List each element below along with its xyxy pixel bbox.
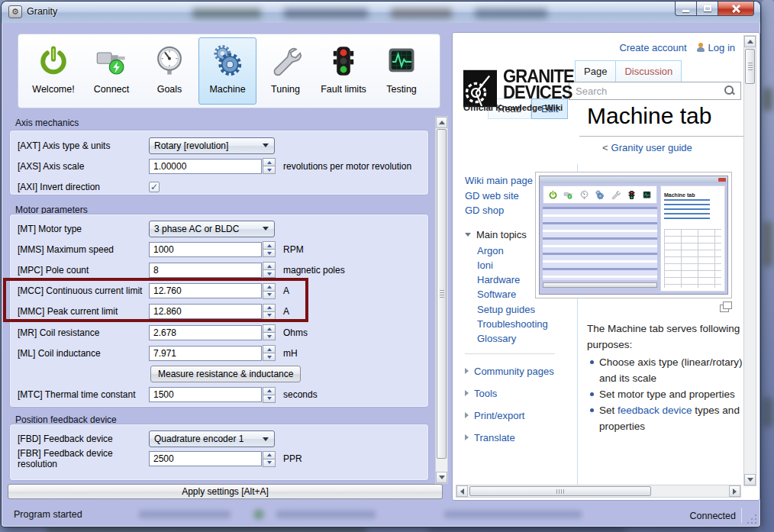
desktop-blur-blob — [427, 527, 626, 532]
field-label: [ML] Coil inductance — [18, 348, 149, 359]
spinner-buttons — [263, 345, 276, 361]
chevron-right-icon — [465, 390, 469, 396]
scroll-down-button[interactable] — [436, 472, 447, 483]
scroll-down-button[interactable] — [744, 474, 756, 485]
scrollbar-thumb[interactable] — [437, 129, 447, 459]
form-scrollbar[interactable] — [435, 116, 448, 484]
tab-discussion[interactable]: Discussion — [616, 60, 682, 82]
down-arrow-icon — [267, 293, 272, 296]
tab-page[interactable]: Page — [575, 60, 616, 82]
number-input[interactable]: 12.860 — [149, 304, 262, 319]
spin-down-button[interactable] — [263, 353, 276, 361]
up-arrow-icon — [267, 285, 272, 289]
apply-settings-button[interactable]: Apply settings [Alt+A] — [8, 484, 443, 499]
spin-down-button[interactable] — [263, 250, 276, 257]
status-message: Program started — [14, 509, 82, 520]
enlarge-icon[interactable] — [720, 301, 732, 312]
granity-user-guide-link[interactable]: Granity user guide — [611, 142, 692, 153]
feedback-device-link[interactable]: feedback device — [618, 405, 692, 416]
spin-up-button[interactable] — [263, 324, 276, 333]
wiki-nav-link-gd-shop[interactable]: GD shop — [465, 203, 573, 218]
wiki-nav-link-ioni[interactable]: Ioni — [477, 258, 573, 272]
form-row: [ML] Coil inductance7.971mH — [10, 343, 428, 363]
chevron-right-icon — [465, 434, 469, 440]
desktop-blur-blob — [763, 221, 772, 267]
chevron-down-icon — [263, 143, 269, 147]
close-button[interactable] — [718, 2, 754, 16]
field-label: [MMC] Peak current limit — [18, 306, 149, 317]
wiki-nav-group-label: Print/export — [474, 408, 524, 423]
number-input[interactable]: 1500 — [149, 387, 262, 402]
wiki-horizontal-scrollbar[interactable] — [456, 485, 741, 498]
checkbox[interactable]: ✓ — [149, 182, 160, 192]
wiki-nav-link-wiki-main-page[interactable]: Wiki main page — [465, 173, 573, 189]
maximize-icon — [704, 5, 711, 11]
wiki-nav-group-tools[interactable]: Tools — [465, 382, 573, 405]
wiki-nav-group-translate[interactable]: Translate — [465, 427, 573, 449]
number-input[interactable]: 1.00000 — [149, 159, 262, 174]
spinner-buttons — [263, 451, 276, 467]
wiki-nav-link-setup-guides[interactable]: Setup guides — [477, 302, 573, 317]
number-input[interactable]: 2.678 — [149, 325, 262, 340]
left-arrow-icon — [460, 488, 464, 495]
chevron-down-icon — [263, 227, 269, 231]
resize-grip[interactable] — [747, 514, 757, 524]
wiki-nav-group-community-pages[interactable]: Community pages — [465, 360, 573, 382]
combobox[interactable]: Rotary [revolution] — [149, 137, 275, 154]
number-input[interactable]: 7.971 — [149, 346, 262, 361]
spin-up-button[interactable] — [263, 451, 276, 459]
spin-down-button[interactable] — [263, 166, 276, 174]
wiki-nav-link-troubleshooting[interactable]: Troubleshooting — [477, 317, 573, 331]
wiki-nav-link-hardware[interactable]: Hardware — [477, 272, 573, 287]
desktop-blur-blob — [46, 527, 366, 532]
window-controls — [675, 2, 754, 16]
scroll-up-button[interactable] — [436, 117, 447, 128]
combobox[interactable]: 3 phase AC or BLDC — [149, 221, 275, 237]
number-input[interactable]: 1000 — [149, 242, 262, 257]
number-input[interactable]: 8 — [149, 263, 262, 278]
minimize-button[interactable] — [675, 2, 697, 16]
wiki-nav-link-glossary[interactable]: Glossary — [477, 331, 573, 346]
titlebar[interactable]: ⚙ Granity — [2, 2, 760, 23]
wiki-nav-group-print-export[interactable]: Print/export — [465, 405, 573, 427]
wiki-nav-link-argon[interactable]: Argon — [477, 243, 573, 258]
create-account-link[interactable]: Create account — [619, 42, 686, 53]
spin-down-button[interactable] — [263, 292, 276, 299]
scroll-left-button[interactable] — [456, 485, 468, 497]
scroll-up-button[interactable] — [744, 36, 756, 47]
spin-up-button[interactable] — [263, 283, 276, 292]
list-item: Choose axis type (linear/rotary) and its… — [589, 354, 747, 386]
number-input[interactable]: 2500 — [149, 451, 262, 466]
spin-down-button[interactable] — [263, 459, 276, 467]
scrollbar-thumb[interactable] — [745, 49, 755, 84]
spin-up-button[interactable] — [263, 241, 276, 250]
wiki-nav-link-gd-web-site[interactable]: GD web site — [465, 189, 573, 204]
down-arrow-icon — [267, 461, 272, 464]
spin-down-button[interactable] — [263, 395, 276, 403]
spin-up-button[interactable] — [263, 304, 276, 312]
spin-up-button[interactable] — [263, 387, 276, 395]
spin-down-button[interactable] — [263, 333, 276, 340]
spin-field: 8 — [149, 262, 276, 278]
wiki-nav-main-topics[interactable]: Main topics — [465, 227, 573, 242]
spin-down-button[interactable] — [263, 312, 276, 320]
search-icon[interactable] — [724, 85, 735, 96]
down-arrow-icon — [267, 252, 272, 255]
wiki-nav-link-software[interactable]: Software — [477, 287, 573, 301]
number-input[interactable]: 12.760 — [149, 283, 262, 298]
spin-up-button[interactable] — [263, 345, 276, 353]
up-arrow-icon — [267, 244, 272, 247]
scroll-right-button[interactable] — [729, 485, 740, 497]
groupbox-axis-mechanics: [AXT] Axis type & unitsRotary [revolutio… — [9, 130, 429, 195]
spinner-buttons — [263, 304, 276, 320]
spin-down-button[interactable] — [263, 270, 276, 278]
spin-up-button[interactable] — [263, 262, 276, 270]
measure-button[interactable]: Measure resistance & inductance — [150, 366, 301, 382]
spin-up-button[interactable] — [263, 158, 276, 166]
log-in-link[interactable]: Log in — [708, 42, 735, 53]
combobox[interactable]: Quadrature encoder 1 — [149, 430, 275, 447]
scrollbar-thumb[interactable] — [469, 486, 651, 496]
field-label: [AXT] Axis type & units — [18, 140, 149, 151]
maximize-button[interactable] — [697, 2, 718, 16]
wiki-search-input[interactable]: Search — [569, 82, 741, 100]
